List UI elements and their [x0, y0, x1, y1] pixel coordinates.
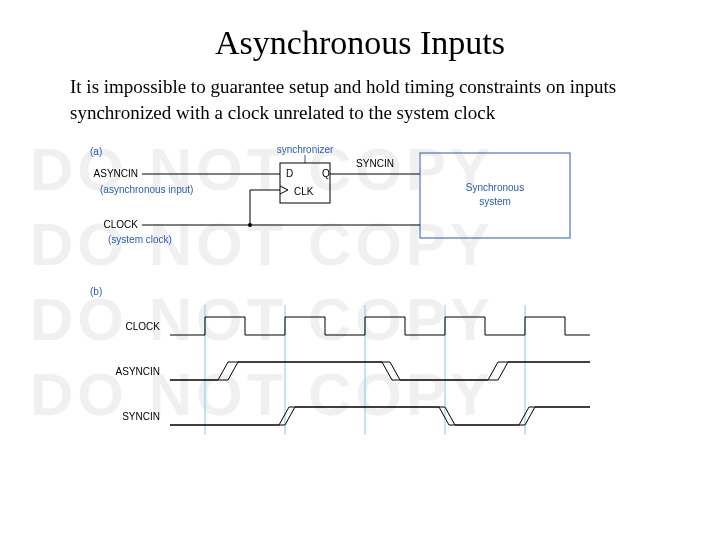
wave-clock — [170, 317, 590, 335]
clk-pin: CLK — [294, 186, 314, 197]
asyncin-note: (asynchronous input) — [100, 184, 193, 195]
wave-asyncin-a — [170, 362, 590, 380]
clock-note: (system clock) — [108, 234, 172, 245]
wave-syncin-label: SYNCIN — [122, 411, 160, 422]
synchronizer-label: synchronizer — [277, 144, 334, 155]
d-pin: D — [286, 168, 293, 179]
figure: DO NOT COPY DO NOT COPY DO NOT COPY DO N… — [90, 135, 650, 445]
diagram-svg: (a) ASYNCIN (asynchronous input) CLOCK (… — [90, 135, 650, 445]
asyncin-label: ASYNCIN — [94, 168, 138, 179]
wave-clock-label: CLOCK — [126, 321, 161, 332]
sync-system-text-2: system — [479, 196, 511, 207]
page-title: Asynchronous Inputs — [0, 0, 720, 74]
syncin-label: SYNCIN — [356, 158, 394, 169]
q-pin: Q — [322, 168, 330, 179]
wave-asyncin-label: ASYNCIN — [116, 366, 160, 377]
clk-triangle — [280, 186, 288, 194]
sync-system-text-1: Synchronous — [466, 182, 524, 193]
body-text: It is impossible to guarantee setup and … — [0, 74, 720, 135]
part-a-label: (a) — [90, 146, 102, 157]
clock-label: CLOCK — [104, 219, 139, 230]
part-b-label: (b) — [90, 286, 102, 297]
